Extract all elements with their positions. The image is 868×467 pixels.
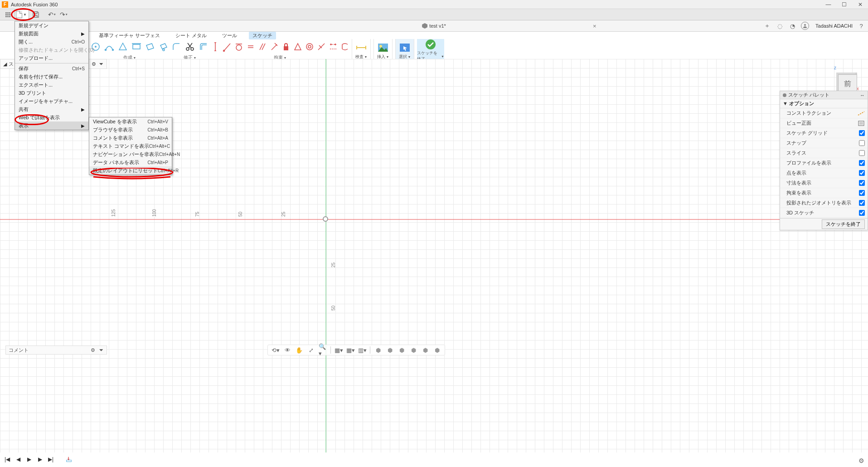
- file-menu-item[interactable]: Web で詳細を表示: [15, 113, 88, 122]
- view-menu-item[interactable]: データ パネルを表示Ctrl+Alt+P: [89, 158, 172, 166]
- view-menu-item[interactable]: コメントを非表示Ctrl+Alt+A: [89, 134, 172, 142]
- ribbon-insert-button[interactable]: 挿入▼: [373, 39, 393, 62]
- curvature-tool-icon[interactable]: [341, 42, 349, 52]
- redo-button[interactable]: ↷▾: [59, 10, 69, 19]
- pan-icon[interactable]: ✋: [295, 346, 303, 354]
- look-at-icon[interactable]: 👁: [283, 346, 291, 354]
- checkbox[interactable]: [859, 130, 865, 136]
- arc-tool-icon[interactable]: [104, 42, 114, 52]
- file-menu-item[interactable]: 名前を付けて保存...: [15, 73, 88, 81]
- ribbon-inspect-button[interactable]: 検査▼: [352, 39, 371, 62]
- file-menu-item[interactable]: 保存Ctrl+S: [15, 64, 88, 73]
- fillet-tool-icon[interactable]: [171, 42, 181, 52]
- look-at-icon[interactable]: [858, 120, 865, 126]
- offset-tool-icon[interactable]: [199, 42, 209, 52]
- timeline-marker-icon[interactable]: [65, 456, 73, 463]
- zoom-window-icon[interactable]: 🔍▾: [319, 346, 327, 354]
- maximize-button[interactable]: ☐: [836, 0, 852, 9]
- comments-panel-header[interactable]: コメント ⚙⏷: [5, 345, 107, 355]
- file-menu-item[interactable]: 3D プリント: [15, 89, 88, 97]
- tab-sheet-metal[interactable]: シート メタル: [172, 32, 210, 39]
- view-menu-item[interactable]: ブラウザを非表示Ctrl+Alt+B: [89, 126, 172, 134]
- checkbox[interactable]: [859, 210, 865, 216]
- viewport-icon[interactable]: ▥▾: [358, 346, 366, 354]
- view-menu-item[interactable]: ViewCube を非表示Ctrl+Alt+V: [89, 117, 172, 126]
- new-tab-button[interactable]: ＋: [763, 22, 771, 30]
- checkbox[interactable]: [859, 160, 865, 166]
- help-button[interactable]: ?: [857, 22, 865, 30]
- finish-sketch-button[interactable]: スケッチを終了: [822, 219, 865, 229]
- tab-solid-surface[interactable]: 基準フィーチャ サーフェス: [95, 32, 164, 39]
- coincident-tool-icon[interactable]: [223, 42, 231, 52]
- ground-plane-icon[interactable]: ⬢: [421, 346, 429, 354]
- orbit-icon[interactable]: ⟲▾: [272, 346, 280, 354]
- tangent-tool-icon[interactable]: [235, 42, 243, 52]
- document-tab[interactable]: test v1*: [422, 23, 446, 29]
- checkbox[interactable]: [859, 150, 865, 156]
- checkbox[interactable]: [859, 140, 865, 146]
- close-tab-button[interactable]: ×: [593, 23, 596, 29]
- project-tool-icon[interactable]: [159, 42, 169, 52]
- display-settings-icon[interactable]: ▦▾: [335, 346, 343, 354]
- user-avatar-icon[interactable]: [801, 22, 809, 30]
- file-menu-item[interactable]: イメージをキャプチャ...: [15, 97, 88, 105]
- view-menu-item[interactable]: ナビゲーション バーを非表示Ctrl+Alt+N: [89, 150, 172, 158]
- construction-icon[interactable]: [858, 111, 865, 116]
- equal-tool-icon[interactable]: [247, 42, 255, 52]
- origin-point[interactable]: [323, 216, 328, 222]
- view-menu-item[interactable]: 既定のレイアウトにリセットCtrl+Alt+R: [89, 166, 172, 175]
- view-menu-item[interactable]: テキスト コマンドを表示Ctrl+Alt+C: [89, 142, 172, 150]
- file-menu-item[interactable]: 共有▶: [15, 105, 88, 113]
- effects-icon[interactable]: ⬢: [386, 346, 394, 354]
- close-button[interactable]: ✕: [852, 0, 868, 9]
- timeline-play-button[interactable]: ▶: [25, 456, 33, 463]
- file-menu-button[interactable]: ▼: [15, 10, 29, 19]
- extensions-button[interactable]: ◌: [776, 22, 784, 30]
- checkbox[interactable]: [859, 190, 865, 196]
- timeline-back-button[interactable]: ◀: [15, 456, 22, 463]
- settings-icon[interactable]: ⚙: [92, 61, 96, 67]
- plane-tool-icon[interactable]: [145, 42, 155, 52]
- collapse-icon[interactable]: ⏷: [99, 347, 104, 353]
- undo-button[interactable]: ↶▾: [47, 10, 57, 19]
- file-menu-item[interactable]: 新規デザイン: [15, 21, 88, 29]
- visual-style-icon[interactable]: ⬢: [374, 346, 382, 354]
- file-menu-item[interactable]: 開く...Ctrl+O: [15, 38, 88, 46]
- checkbox[interactable]: [859, 170, 865, 176]
- timeline-end-button[interactable]: ▶|: [47, 456, 54, 463]
- rectangle-tool-icon[interactable]: [131, 42, 141, 52]
- environment-icon[interactable]: ⬢: [433, 346, 441, 354]
- collinear-tool-icon[interactable]: [317, 42, 325, 52]
- notifications-button[interactable]: ◔: [788, 22, 796, 30]
- timeline-forward-button[interactable]: ▶: [36, 456, 44, 463]
- checkbox[interactable]: [859, 180, 865, 186]
- concentric-tool-icon[interactable]: [305, 42, 314, 52]
- save-button[interactable]: [31, 10, 41, 19]
- settings-icon[interactable]: ⚙: [91, 347, 95, 353]
- palette-header[interactable]: スケッチ パレット ↔: [780, 91, 868, 99]
- horizontal-vertical-tool-icon[interactable]: [211, 42, 219, 52]
- collapse-icon[interactable]: ⏷: [99, 61, 104, 67]
- object-visibility-icon[interactable]: ⬢: [398, 346, 406, 354]
- settings-icon[interactable]: ⚙: [858, 457, 864, 464]
- camera-icon[interactable]: ⬢: [409, 346, 417, 354]
- timeline-start-button[interactable]: |◀: [4, 456, 11, 463]
- ribbon-select-button[interactable]: 選択▼: [395, 39, 414, 62]
- grid-settings-icon[interactable]: ▦▾: [346, 346, 354, 354]
- view-cube[interactable]: z x 前: [834, 65, 857, 94]
- parallel-tool-icon[interactable]: [258, 42, 267, 52]
- minimize-button[interactable]: —: [820, 0, 836, 9]
- midpoint-tool-icon[interactable]: [294, 42, 302, 52]
- file-menu-item[interactable]: 新規図面▶: [15, 29, 88, 38]
- perpendicular-tool-icon[interactable]: [270, 42, 278, 52]
- tab-tools[interactable]: ツール: [218, 32, 241, 39]
- lock-tool-icon[interactable]: [282, 42, 290, 52]
- palette-section-options[interactable]: ▼ オプション: [780, 99, 868, 108]
- finish-sketch-button[interactable]: スケッチを終了▼: [417, 39, 444, 62]
- checkbox[interactable]: [859, 200, 865, 206]
- polygon-tool-icon[interactable]: [118, 42, 128, 52]
- tab-sketch[interactable]: スケッチ: [249, 32, 276, 39]
- trim-tool-icon[interactable]: [185, 42, 195, 52]
- file-menu-item[interactable]: エクスポート...: [15, 81, 88, 89]
- zoom-icon[interactable]: ⤢: [307, 346, 315, 354]
